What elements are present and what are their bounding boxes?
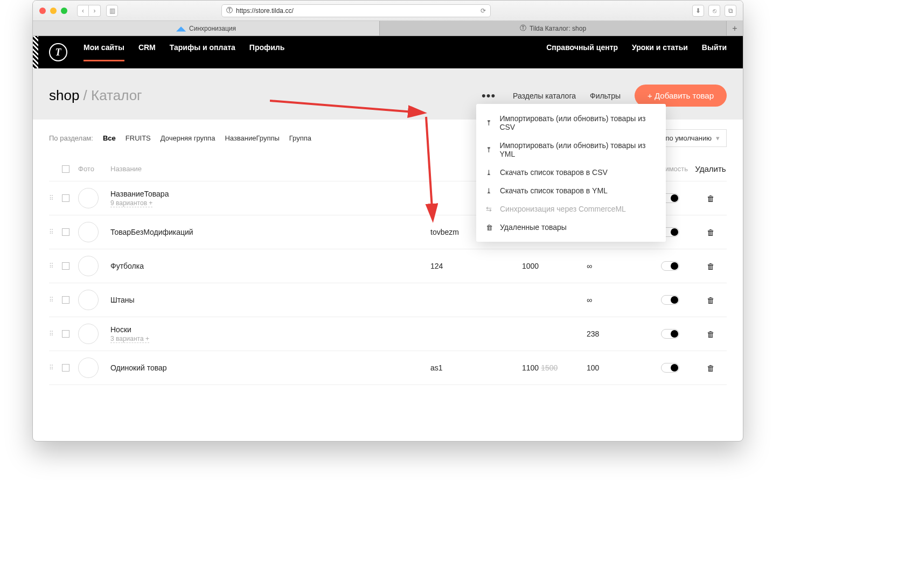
table-row[interactable]: ⠿Штаны∞🗑	[49, 283, 727, 317]
titlebar: ‹ › ▥ Ⓣ https://store.tilda.cc/ ⟳ ⬇ ⎋ ⧉	[33, 1, 743, 21]
visibility-toggle[interactable]	[661, 261, 679, 271]
tab-label: Синхронизация	[189, 25, 236, 32]
menu-import-csv[interactable]: ⤒Импортировать (или обновить) товары из …	[476, 109, 666, 136]
add-product-button[interactable]: + Добавить товар	[635, 85, 727, 107]
tabs-button[interactable]: ⧉	[725, 5, 736, 17]
sub-header: shop / Каталог ••• Разделы каталога Филь…	[33, 68, 743, 120]
product-photo[interactable]	[78, 188, 99, 208]
product-photo[interactable]	[78, 290, 99, 310]
tab-label: Tilda Каталог: shop	[530, 25, 586, 32]
product-stock: 100	[587, 363, 646, 372]
row-checkbox[interactable]	[62, 364, 69, 372]
menu-import-yml[interactable]: ⤒Импортировать (или обновить) товары из …	[476, 136, 666, 163]
visibility-toggle[interactable]	[661, 329, 679, 339]
header-pattern	[33, 36, 38, 68]
share-button[interactable]: ⎋	[708, 5, 720, 17]
nav-help[interactable]: Справочный центр	[546, 43, 618, 61]
delete-button[interactable]: 🗑	[694, 330, 727, 339]
filter-item[interactable]: Дочерняя группа	[161, 134, 215, 142]
select-all-checkbox[interactable]	[62, 165, 69, 173]
drag-handle-icon[interactable]: ⠿	[49, 194, 62, 202]
nav-profile[interactable]: Профиль	[249, 43, 285, 61]
browser-window: ‹ › ▥ Ⓣ https://store.tilda.cc/ ⟳ ⬇ ⎋ ⧉ …	[32, 0, 743, 442]
menu-export-yml[interactable]: ⤓Скачать список товаров в YML	[476, 181, 666, 200]
delete-button[interactable]: 🗑	[694, 194, 727, 203]
drag-handle-icon[interactable]: ⠿	[49, 364, 62, 372]
downloads-button[interactable]: ⬇	[692, 5, 704, 17]
product-price: 1000	[522, 262, 587, 270]
table-row[interactable]: ⠿Одинокий товарas111001500100🗑	[49, 351, 727, 385]
visibility-toggle[interactable]	[661, 363, 679, 373]
col-name: Название	[110, 165, 430, 173]
filter-item[interactable]: Группа	[289, 134, 311, 142]
url-bar[interactable]: Ⓣ https://store.tilda.cc/ ⟳	[221, 4, 491, 17]
trash-icon: 🗑	[486, 223, 493, 232]
table-row[interactable]: ⠿Носки3 варианта +238🗑	[49, 317, 727, 351]
sync-icon: ⇆	[486, 205, 493, 213]
nav-lessons[interactable]: Уроки и статьи	[632, 43, 688, 61]
product-name: ТоварБезМодификаций	[110, 228, 430, 236]
row-checkbox[interactable]	[62, 296, 69, 304]
product-photo[interactable]	[78, 256, 99, 276]
browser-tab[interactable]: ◢◣ Синхронизация	[33, 21, 380, 36]
upload-icon: ⤒	[486, 146, 493, 154]
filter-item[interactable]: НазваниеГруппы	[225, 134, 279, 142]
download-icon: ⤓	[486, 187, 493, 195]
close-icon[interactable]	[39, 8, 46, 14]
row-checkbox[interactable]	[62, 228, 69, 236]
delete-button[interactable]: 🗑	[694, 228, 727, 237]
new-tab-button[interactable]: +	[727, 21, 743, 36]
nav-my-sites[interactable]: Мои сайты	[83, 43, 124, 61]
reload-icon[interactable]: ⟳	[481, 7, 486, 15]
product-sku: as1	[430, 363, 522, 372]
url-text: https://store.tilda.cc/	[236, 7, 294, 15]
col-delete: Удалить	[694, 164, 727, 173]
breadcrumb-page: Каталог	[91, 87, 142, 103]
browser-tab[interactable]: Ⓣ Tilda Каталог: shop	[380, 21, 727, 36]
variants-link[interactable]: 3 варианта +	[110, 335, 149, 343]
app-header: T Мои сайты CRM Тарифы и оплата Профиль …	[33, 36, 743, 68]
sidebar-toggle-button[interactable]: ▥	[106, 5, 118, 17]
upload-icon: ⤒	[486, 119, 493, 127]
row-checkbox[interactable]	[62, 330, 69, 338]
breadcrumb-root[interactable]: shop	[49, 87, 79, 103]
drag-handle-icon[interactable]: ⠿	[49, 296, 62, 304]
row-checkbox[interactable]	[62, 262, 69, 270]
minimize-icon[interactable]	[50, 8, 57, 14]
product-photo[interactable]	[78, 222, 99, 242]
filter-all[interactable]: Все	[103, 134, 116, 142]
back-button[interactable]: ‹	[77, 5, 89, 17]
col-photo: Фото	[78, 165, 110, 173]
product-stock: ∞	[587, 296, 646, 304]
breadcrumb: shop / Каталог	[49, 87, 142, 104]
forward-button[interactable]: ›	[89, 5, 101, 17]
delete-button[interactable]: 🗑	[694, 262, 727, 271]
table-row[interactable]: ⠿Футболка1241000∞🗑	[49, 249, 727, 283]
drag-handle-icon[interactable]: ⠿	[49, 330, 62, 338]
product-photo[interactable]	[78, 324, 99, 344]
logo[interactable]: T	[49, 43, 67, 61]
delete-button[interactable]: 🗑	[694, 296, 727, 305]
chevron-down-icon: ▾	[716, 134, 720, 142]
filters-link[interactable]: Фильтры	[590, 92, 621, 100]
nav-logout[interactable]: Выйти	[702, 43, 727, 61]
menu-export-csv[interactable]: ⤓Скачать список товаров в CSV	[476, 163, 666, 181]
product-photo[interactable]	[78, 358, 99, 378]
visibility-toggle[interactable]	[661, 295, 679, 305]
filter-item[interactable]: FRUITS	[126, 134, 151, 142]
window-controls[interactable]	[39, 8, 67, 14]
drag-handle-icon[interactable]: ⠿	[49, 228, 62, 236]
variants-link[interactable]: 9 вариантов +	[110, 199, 152, 207]
drag-handle-icon[interactable]: ⠿	[49, 262, 62, 270]
nav-crm[interactable]: CRM	[138, 43, 156, 61]
maximize-icon[interactable]	[61, 8, 67, 14]
nav-tariffs[interactable]: Тарифы и оплата	[170, 43, 235, 61]
more-menu-button[interactable]: •••	[478, 89, 499, 103]
sections-link[interactable]: Разделы каталога	[513, 92, 576, 100]
delete-button[interactable]: 🗑	[694, 363, 727, 373]
browser-tabs: ◢◣ Синхронизация Ⓣ Tilda Каталог: shop +	[33, 21, 743, 36]
filter-label: По разделам:	[49, 134, 93, 142]
menu-deleted-products[interactable]: 🗑Удаленные товары	[476, 218, 666, 236]
menu-sync-commerceml[interactable]: ⇆Синхронизация через CommerceML	[476, 200, 666, 218]
row-checkbox[interactable]	[62, 194, 69, 202]
